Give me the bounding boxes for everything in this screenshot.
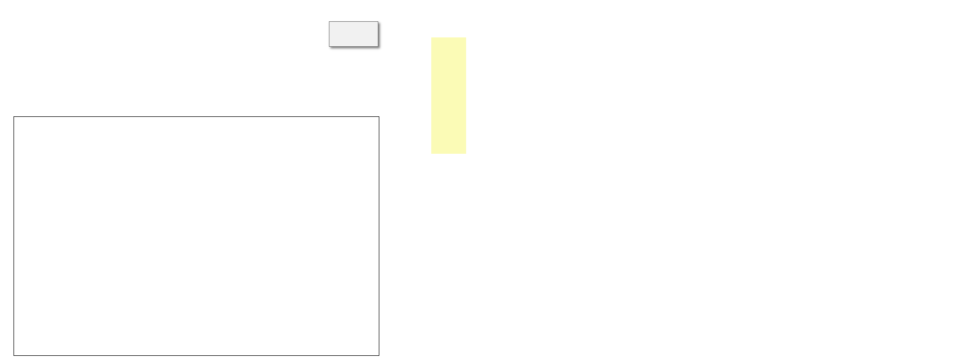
print-page-button[interactable] (329, 21, 378, 47)
peak-column-highlight (431, 37, 466, 154)
chart[interactable] (14, 116, 379, 356)
param-value[interactable] (207, 19, 242, 28)
spreadsheet (0, 0, 980, 360)
